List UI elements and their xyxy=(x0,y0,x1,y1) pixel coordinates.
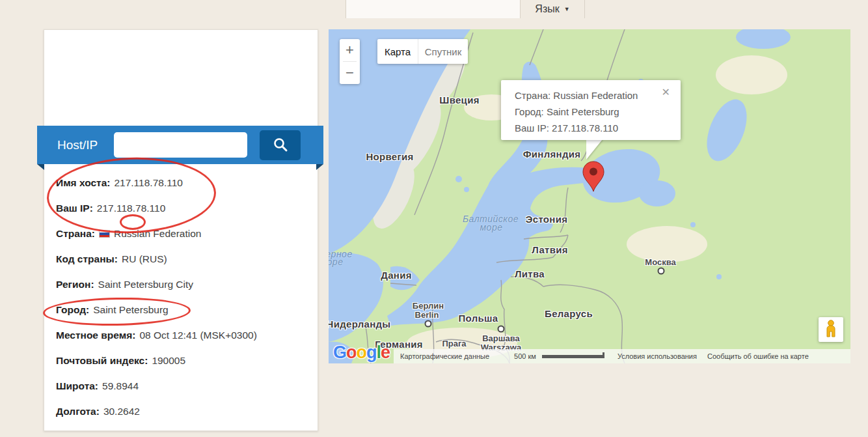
map-type-map-button[interactable]: Карта xyxy=(377,39,418,64)
city-label: Город: xyxy=(56,304,89,316)
zoom-out-button[interactable]: − xyxy=(340,62,360,84)
info-row-city: Город: Saint Petersburg xyxy=(56,297,316,322)
map-type-control: Карта Спутник xyxy=(377,39,468,64)
postal-code-label: Почтовый индекс: xyxy=(56,355,148,367)
search-icon xyxy=(273,137,288,154)
info-row-country-code: Код страны: RU (RUS) xyxy=(56,246,316,272)
host-ip-label: Host/IP xyxy=(57,126,98,164)
zoom-control: + − xyxy=(340,39,360,84)
ip-info-list: Имя хоста: 217.118.78.110 Ваш IP: 217.11… xyxy=(56,170,316,424)
info-window-ip: Ваш IP: 217.118.78.110 xyxy=(515,120,681,136)
longitude-label: Долгота: xyxy=(56,406,100,417)
google-logo-letter: o xyxy=(357,343,367,362)
country-value: Russian Federation xyxy=(114,228,201,240)
latitude-label: Широта: xyxy=(56,380,98,392)
host-ip-search-bar: Host/IP xyxy=(37,126,323,164)
iw-ip-value: 217.118.78.110 xyxy=(552,122,618,134)
info-row-local-time: Местное время: 08 Oct 12:41 (MSK+0300) xyxy=(56,322,316,348)
ip-value: 217.118.78.110 xyxy=(97,203,165,214)
info-row-region: Регион: Saint Petersburg City xyxy=(56,272,316,297)
google-logo-letter: e xyxy=(381,343,390,362)
zoom-in-button[interactable]: + xyxy=(340,39,360,61)
country-label: Страна: xyxy=(56,228,95,240)
pegman-icon xyxy=(824,320,837,340)
report-map-error-link[interactable]: Сообщить об ошибке на карте xyxy=(707,352,809,360)
top-bar: Язык ▼ xyxy=(0,0,868,18)
city-dot xyxy=(658,268,665,275)
language-dropdown[interactable]: Язык ▼ xyxy=(520,0,585,18)
search-button[interactable] xyxy=(260,130,301,160)
map-type-satellite-button[interactable]: Спутник xyxy=(418,39,468,64)
map-attribution-bar: Картографические данные 500 км Условия и… xyxy=(394,349,850,363)
info-row-postal-code: Почтовый индекс: 190005 xyxy=(56,348,316,373)
iw-city-label: Город: xyxy=(515,106,544,117)
local-time-label: Местное время: xyxy=(56,330,135,341)
google-logo[interactable]: Google xyxy=(333,343,390,363)
iw-city-value: Saint Petersburg xyxy=(547,106,619,117)
longitude-value: 30.2642 xyxy=(103,406,140,417)
map-data-label: Картографические данные xyxy=(400,352,489,360)
ip-label: Ваш IP: xyxy=(56,203,93,214)
country-code-label: Код страны: xyxy=(56,253,118,265)
location-marker-icon[interactable] xyxy=(582,161,605,192)
city-dot xyxy=(498,326,505,333)
map-terrain xyxy=(329,29,850,363)
info-window-city: Город: Saint Petersburg xyxy=(515,104,681,120)
info-window-tail xyxy=(586,139,603,160)
local-time-value: 08 Oct 12:41 (MSK+0300) xyxy=(139,330,257,341)
russia-flag-icon xyxy=(99,230,110,238)
scale-bar xyxy=(542,355,604,358)
info-row-ip: Ваш IP: 217.118.78.110 xyxy=(56,195,316,221)
map-canvas[interactable]: ШвецияНорвегияФинляндияЭстонияЛатвияЛитв… xyxy=(329,29,850,363)
ribbon-fold-right xyxy=(316,164,323,170)
iw-country-label: Страна: xyxy=(515,90,550,101)
terms-of-use-link[interactable]: Условия использования xyxy=(617,352,697,360)
google-logo-letter: o xyxy=(346,343,357,362)
host-ip-input[interactable] xyxy=(114,132,247,158)
page: Язык ▼ Host/IP Имя хоста: 217.118.78.110… xyxy=(0,0,868,437)
city-dot xyxy=(425,320,432,328)
city-value: Saint Petersburg xyxy=(93,304,168,316)
latitude-value: 59.8944 xyxy=(102,380,139,392)
map-info-window: Страна: Russian Federation Город: Saint … xyxy=(501,80,681,140)
info-row-hostname: Имя хоста: 217.118.78.110 xyxy=(56,170,316,195)
google-logo-letter: G xyxy=(333,343,346,362)
iw-country-value: Russian Federation xyxy=(553,90,638,101)
close-icon[interactable]: ✕ xyxy=(662,87,670,98)
pegman-control[interactable] xyxy=(819,317,843,342)
chevron-down-icon: ▼ xyxy=(564,6,570,12)
info-row-latitude: Широта: 59.8944 xyxy=(56,373,316,399)
postal-code-value: 190005 xyxy=(152,355,185,367)
info-row-country: Страна: Russian Federation xyxy=(56,221,316,246)
language-label: Язык xyxy=(535,3,559,15)
google-logo-letter: g xyxy=(366,343,377,362)
country-code-value: RU (RUS) xyxy=(122,253,167,265)
region-value: Saint Petersburg City xyxy=(98,279,193,290)
hostname-label: Имя хоста: xyxy=(56,177,110,189)
ribbon-fold-left xyxy=(37,164,44,170)
menu-strip xyxy=(346,0,521,18)
info-window-country: Страна: Russian Federation xyxy=(515,87,681,104)
hostname-value: 217.118.78.110 xyxy=(114,177,182,189)
iw-ip-label: Ваш IP: xyxy=(515,122,549,134)
region-label: Регион: xyxy=(56,279,94,290)
scale-label: 500 км xyxy=(514,352,536,360)
info-row-longitude: Долгота: 30.2642 xyxy=(56,399,316,424)
